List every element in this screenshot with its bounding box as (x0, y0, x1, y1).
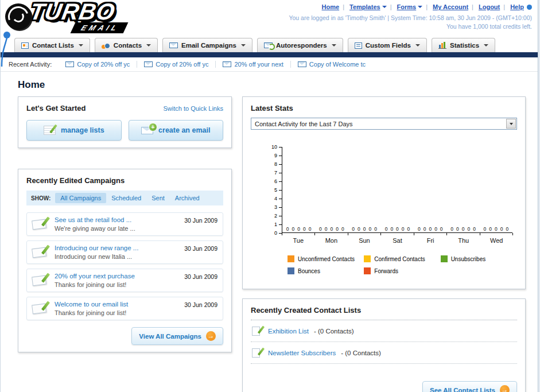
tab-autoresponders[interactable]: Autoresponders (257, 38, 343, 52)
chart-value-label: 0 (500, 226, 503, 232)
chart-value-label: 0 (331, 226, 333, 232)
contacts-icon (102, 42, 110, 49)
x-axis-tick (480, 233, 513, 235)
campaign-date: 30 Jun 2009 (184, 301, 217, 308)
logo-title: TURBO (28, 0, 117, 25)
manage-lists-button[interactable]: manage lists (26, 120, 122, 141)
filter-all-campaigns[interactable]: All Campaigns (55, 193, 106, 203)
legend-item: Unconfirmed Contacts (288, 255, 364, 262)
contact-lists-icon (21, 42, 29, 49)
campaign-subtitle: We're giving away our late ... (55, 225, 180, 232)
nav-logout-link[interactable]: Logout (479, 3, 500, 10)
campaign-title-link[interactable]: 20% off your next purchase (55, 273, 180, 280)
chevron-down-icon (382, 6, 387, 8)
recent-activity-item[interactable]: 20% off your next (216, 61, 290, 68)
envelope-plus-icon (141, 127, 153, 134)
recent-activity-item-label: Copy of 20% off yc (156, 61, 208, 68)
tab-custom-fields[interactable]: Custom Fields (348, 38, 427, 52)
chart-value-label: 0 (336, 226, 339, 232)
y-axis-tick (279, 233, 282, 234)
chart-y-axis: 109876543210 (265, 147, 282, 233)
see-all-contact-lists-button[interactable]: See All Contact Lists → (422, 381, 517, 392)
tab-contacts[interactable]: Contacts (95, 38, 158, 52)
contact-list-count: - (0 Contacts) (314, 328, 354, 335)
autoresponders-icon (264, 42, 273, 48)
filter-sent[interactable]: Sent (146, 193, 170, 203)
chart-value-labels: 00000 (315, 226, 348, 232)
campaign-title-link[interactable]: Welcome to our email list (55, 301, 180, 308)
chart-value-label: 0 (286, 226, 289, 232)
chart-value-label: 0 (309, 226, 312, 232)
logo-subtitle: EMAIL (71, 22, 129, 33)
legend-label: Unsubscribes (451, 256, 486, 262)
envelope-icon (144, 61, 153, 67)
campaign-date: 30 Jun 2009 (184, 217, 217, 224)
view-all-campaigns-button[interactable]: View All Campaigns → (131, 327, 223, 345)
y-axis-label: 4 (274, 196, 277, 201)
chart-value-label: 0 (489, 226, 492, 232)
recent-activity-item[interactable]: Copy of Welcome tc (291, 61, 372, 68)
nav-help-link[interactable]: Help (510, 3, 524, 10)
chart-value-labels: 00000 (446, 226, 479, 232)
main-nav: Contact Lists Contacts Email Campaigns A… (1, 36, 538, 57)
see-all-contact-lists-label: See All Contact Lists (430, 387, 495, 392)
chart-legend: Unconfirmed ContactsConfirmed ContactsUn… (288, 255, 517, 280)
nav-forms-link[interactable]: Forms (397, 3, 417, 10)
tab-contact-lists[interactable]: Contact Lists (14, 38, 90, 52)
legend-label: Unconfirmed Contacts (298, 256, 355, 262)
x-axis-label: Tue (282, 237, 315, 244)
chart-value-label: 0 (319, 226, 322, 232)
filter-scheduled[interactable]: Scheduled (106, 193, 146, 203)
switch-quick-links-link[interactable]: Switch to Quick Links (163, 105, 223, 112)
legend-item: Confirmed Contacts (364, 255, 440, 262)
campaign-date: 30 Jun 2009 (184, 273, 217, 280)
y-axis-label: 1 (274, 222, 277, 227)
page: TURBO EMAIL Home Templates Forms My Acco… (0, 0, 538, 392)
chart-plot: 00000000000000000000000000000000000 (282, 147, 512, 233)
contact-list-link[interactable]: Exhibition List (268, 328, 309, 335)
contact-activity-chart: 109876543210 000000000000000000000000000… (265, 147, 517, 280)
chart-value-label: 0 (450, 226, 453, 232)
legend-label: Forwards (374, 268, 398, 274)
chevron-down-icon (332, 44, 336, 46)
recent-contact-lists-panel: Recently Created Contact Lists Exhibitio… (242, 298, 526, 392)
recent-activity-bar: Recent Activity: Copy of 20% off yc Copy… (1, 57, 538, 72)
top-nav: Home Templates Forms My Account Logout H… (289, 3, 532, 10)
contact-list-count: - (0 Contacts) (341, 350, 381, 356)
filter-archived[interactable]: Archived (170, 193, 205, 203)
login-info: You are logged in as 'Timothy Smith' | S… (289, 14, 532, 21)
chevron-down-icon (146, 44, 151, 46)
tab-label: Statistics (450, 42, 479, 49)
chart-group: 00000 (348, 147, 381, 232)
chart-value-label: 0 (418, 226, 421, 232)
create-email-button[interactable]: create an email (129, 120, 224, 141)
tab-email-campaigns[interactable]: Email Campaigns (162, 38, 252, 52)
envelope-pencil-icon (32, 273, 49, 286)
nav-templates-link[interactable]: Templates (349, 3, 380, 10)
nav-my-account-link[interactable]: My Account (433, 3, 468, 10)
chart-value-label: 0 (506, 226, 508, 232)
contact-list-row: Exhibition List - (0 Contacts) (251, 320, 517, 342)
show-label: SHOW: (31, 195, 50, 201)
campaign-title-link[interactable]: Introducing our new range ... (55, 244, 180, 251)
x-axis-tick (348, 233, 380, 235)
x-axis-label: Sat (381, 237, 414, 244)
x-axis-tick (282, 233, 314, 235)
recent-activity-item[interactable]: Copy of 20% off yc (137, 61, 216, 68)
campaign-title-link[interactable]: See us at the retail food ... (55, 216, 180, 223)
campaign-row: 20% off your next purchase Thanks for jo… (26, 269, 223, 292)
tab-statistics[interactable]: Statistics (432, 38, 495, 52)
left-column: Let's Get Started Switch to Quick Links … (18, 96, 232, 364)
nav-home-link[interactable]: Home (322, 3, 340, 10)
y-axis-label: 10 (271, 144, 277, 150)
y-axis-label: 3 (274, 204, 277, 210)
latest-stats-panel: Latest Stats Contact Activity for the La… (242, 96, 526, 289)
y-axis-label: 9 (274, 153, 277, 158)
contact-list-link[interactable]: Newsletter Subscribers (268, 350, 336, 356)
right-column: Latest Stats Contact Activity for the La… (242, 96, 526, 392)
x-axis-label: Mon (315, 237, 348, 244)
stats-range-select[interactable]: Contact Activity for the Last 7 Days (251, 118, 517, 130)
stats-range-value: Contact Activity for the Last 7 Days (255, 121, 353, 127)
recent-activity-item[interactable]: Copy of 20% off yc (59, 61, 137, 68)
chart-value-label: 0 (434, 226, 437, 232)
